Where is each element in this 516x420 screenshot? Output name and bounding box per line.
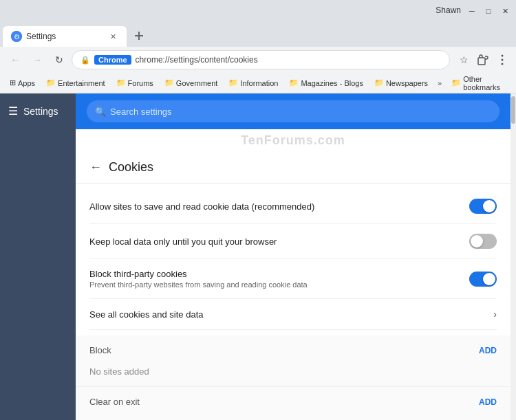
folder-icon: 📁 — [374, 78, 384, 87]
search-input[interactable] — [110, 107, 491, 117]
minimize-button[interactable]: ─ — [466, 5, 477, 16]
other-bookmarks[interactable]: 📁 Other bookmarks — [447, 73, 510, 93]
bookmark-entertainment[interactable]: 📁 Entertainment — [42, 76, 109, 89]
clear-on-exit-empty-state: No sites added — [76, 412, 510, 420]
block-third-party-label: Block third-party cookies — [89, 269, 469, 279]
scrollbar-thumb[interactable] — [511, 96, 515, 124]
folder-icon: 📁 — [164, 78, 174, 87]
search-icon: 🔍 — [95, 107, 106, 117]
toggle-thumb — [471, 235, 483, 247]
reload-button[interactable]: ↻ — [50, 50, 69, 69]
folder-icon: 📁 — [228, 78, 238, 87]
block-third-party-toggle[interactable] — [469, 272, 497, 287]
folder-icon: 📁 — [451, 78, 461, 87]
apps-icon: ⊞ — [10, 78, 16, 87]
bookmark-apps[interactable]: ⊞ Apps — [6, 76, 39, 89]
forward-button[interactable]: → — [28, 50, 47, 69]
address-actions: ☆ — [455, 52, 510, 68]
cookies-back-button[interactable]: ← — [89, 160, 102, 175]
main-layout: ☰ Settings 🔍 TenForums.com ← Cookies All… — [0, 93, 516, 420]
block-add-button[interactable]: ADD — [479, 346, 497, 355]
svg-rect-3 — [135, 35, 143, 36]
chrome-badge: Chrome — [94, 55, 131, 65]
allow-cookies-toggle[interactable] — [469, 199, 497, 214]
block-title: Block — [89, 345, 111, 355]
bookmark-magazines[interactable]: 📁 Magazines - Blogs — [285, 76, 367, 89]
tab-favicon: ⚙ — [11, 31, 22, 42]
toggle-thumb — [483, 200, 495, 212]
keep-local-label: Keep local data only until you quit your… — [89, 236, 469, 247]
svg-point-7 — [502, 63, 504, 65]
content-area: 🔍 TenForums.com ← Cookies Allow sites to… — [76, 93, 510, 420]
keep-local-toggle[interactable] — [469, 234, 497, 249]
menu-button[interactable] — [494, 52, 510, 68]
search-input-wrap[interactable]: 🔍 — [87, 100, 499, 122]
allow-cookies-setting: Allow sites to save and read cookie data… — [89, 189, 497, 224]
bookmark-information[interactable]: 📁 Information — [224, 76, 282, 89]
scrollbar[interactable] — [510, 93, 516, 420]
title-bar: Shawn ─ □ ✕ — [0, 0, 516, 22]
cookies-header: ← Cookies — [76, 149, 510, 184]
lock-icon: 🔒 — [80, 56, 90, 65]
svg-point-6 — [502, 59, 504, 61]
address-url: chrome://settings/content/cookies — [136, 55, 258, 65]
watermark: TenForums.com — [76, 129, 510, 149]
folder-icon: 📁 — [116, 78, 126, 87]
close-button[interactable]: ✕ — [499, 5, 510, 16]
folder-icon: 📁 — [46, 78, 56, 87]
settings-section: Allow sites to save and read cookie data… — [76, 184, 510, 335]
see-all-cookies-row[interactable]: See all cookies and site data › — [89, 299, 497, 330]
bookmarks-more-button[interactable]: » — [435, 78, 444, 89]
block-third-party-sub: Prevent third-party websites from saving… — [89, 280, 469, 289]
allow-cookies-label: Allow sites to save and read cookie data… — [89, 201, 469, 212]
toggle-thumb — [483, 273, 495, 285]
user-name: Shawn — [436, 5, 461, 15]
bookmarks-bar: ⊞ Apps 📁 Entertainment 📁 Forums 📁 Govern… — [0, 73, 516, 93]
sidebar-title: Settings — [23, 106, 58, 117]
bookmark-newspapers[interactable]: 📁 Newspapers — [370, 76, 432, 89]
address-bar: ← → ↻ 🔒 Chrome chrome://settings/content… — [0, 47, 516, 73]
clear-on-exit-section-header: Clear on exit ADD — [76, 387, 510, 412]
svg-text:⚙: ⚙ — [14, 33, 20, 41]
chevron-right-icon: › — [493, 309, 497, 320]
clear-on-exit-add-button[interactable]: ADD — [479, 397, 497, 407]
block-third-party-setting: Block third-party cookies Prevent third-… — [89, 259, 497, 299]
star-icon[interactable]: ☆ — [455, 52, 472, 68]
tab-close-button[interactable]: ✕ — [107, 31, 118, 42]
see-all-label: See all cookies and site data — [89, 309, 204, 320]
sidebar: ☰ Settings — [0, 93, 76, 420]
folder-icon: 📁 — [289, 78, 299, 87]
hamburger-icon[interactable]: ☰ — [8, 104, 18, 118]
tab-bar: ⚙ Settings ✕ — [0, 22, 516, 47]
clear-on-exit-title: Clear on exit — [89, 397, 140, 407]
svg-point-5 — [502, 55, 504, 57]
keep-local-data-setting: Keep local data only until you quit your… — [89, 224, 497, 259]
settings-search-bar: 🔍 — [76, 93, 510, 129]
block-section-header: Block ADD — [76, 335, 510, 361]
active-tab[interactable]: ⚙ Settings ✕ — [3, 26, 127, 47]
svg-rect-4 — [478, 58, 485, 65]
new-tab-button[interactable] — [129, 26, 149, 45]
window-controls: ─ □ ✕ — [466, 5, 510, 16]
block-empty-state: No sites added — [76, 361, 510, 387]
address-input[interactable]: 🔒 Chrome chrome://settings/content/cooki… — [72, 50, 450, 69]
bookmark-government[interactable]: 📁 Government — [160, 76, 222, 89]
extension-icon[interactable] — [475, 52, 491, 68]
cookies-title: Cookies — [109, 160, 153, 175]
bookmark-forums[interactable]: 📁 Forums — [112, 76, 158, 89]
back-button[interactable]: ← — [6, 50, 25, 69]
maximize-button[interactable]: □ — [483, 5, 494, 16]
tab-title: Settings — [26, 32, 103, 41]
sidebar-header[interactable]: ☰ Settings — [0, 99, 76, 123]
